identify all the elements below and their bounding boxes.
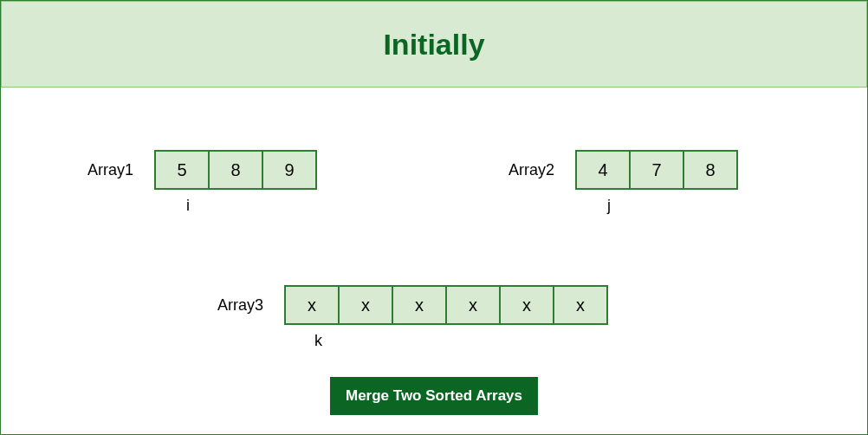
array1-group: Array1 5 8 9 <box>87 150 317 190</box>
array3-cell-2: x <box>392 285 447 325</box>
array2-group: Array2 4 7 8 <box>508 150 738 190</box>
array3-cells: x x x x x x <box>284 285 608 325</box>
array3-cell-0: x <box>284 285 340 325</box>
array2-cell-0: 4 <box>575 150 631 190</box>
diagram-body: Array1 5 8 9 i Array2 4 7 8 j Array3 x x <box>1 88 867 434</box>
array2-label: Array2 <box>508 161 554 179</box>
array2-pointer: j <box>607 197 611 215</box>
array2-cell-1: 7 <box>629 150 684 190</box>
array3-cell-3: x <box>445 285 501 325</box>
merge-button[interactable]: Merge Two Sorted Arrays <box>330 377 538 415</box>
array3-label: Array3 <box>217 296 263 315</box>
array3-cell-4: x <box>499 285 554 325</box>
array3-cell-1: x <box>338 285 393 325</box>
array2-cell-2: 8 <box>683 150 738 190</box>
array1-cells: 5 8 9 <box>154 150 317 190</box>
array1-cell-2: 9 <box>262 150 317 190</box>
array3-cell-5: x <box>553 285 608 325</box>
page-title: Initially <box>383 28 484 62</box>
array1-cell-1: 8 <box>208 150 263 190</box>
array1-pointer: i <box>186 197 190 215</box>
diagram-frame: Initially Array1 5 8 9 i Array2 4 7 8 j … <box>0 0 868 435</box>
array1-cell-0: 5 <box>154 150 210 190</box>
header-bar: Initially <box>1 1 867 88</box>
array1-label: Array1 <box>87 161 133 179</box>
array2-cells: 4 7 8 <box>575 150 738 190</box>
array3-group: Array3 x x x x x x <box>217 285 608 325</box>
array3-pointer: k <box>314 332 322 350</box>
